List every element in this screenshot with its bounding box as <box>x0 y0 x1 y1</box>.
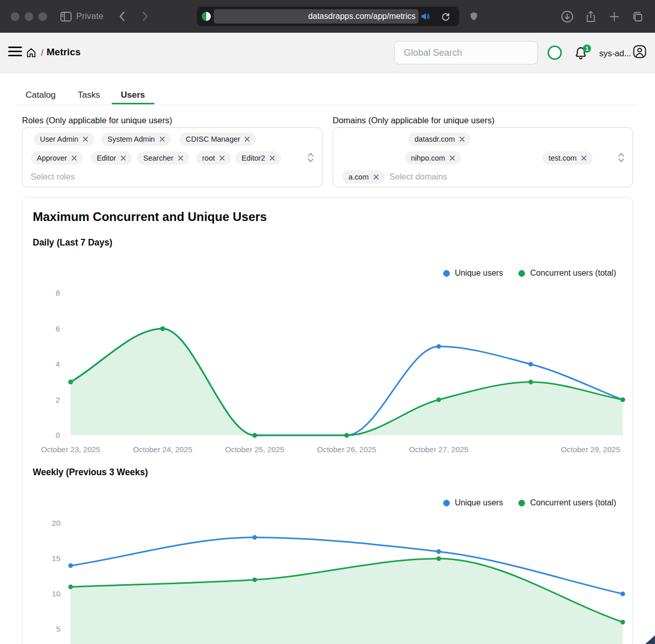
private-label: Private <box>76 11 103 21</box>
role-chip[interactable]: root <box>196 151 231 165</box>
x-axis-tick: October 25, 2025 <box>225 445 285 454</box>
remove-chip-icon[interactable] <box>270 156 275 161</box>
domains-placeholder[interactable]: Select domains <box>389 172 447 182</box>
tab-overview-icon[interactable] <box>631 10 644 23</box>
site-favicon <box>202 12 211 21</box>
window-close-button[interactable] <box>11 12 19 21</box>
url-field[interactable]: datasdrapps.com/app/metrics <box>214 9 419 24</box>
daily-legend: Unique users Concurrent users (total) <box>443 269 616 278</box>
select-stepper-icon[interactable] <box>305 151 316 164</box>
legend-dot-green <box>518 270 525 277</box>
domain-chip[interactable]: datasdr.com <box>408 132 471 146</box>
y-axis-tick: 6 <box>56 324 60 333</box>
remove-chip-icon[interactable] <box>245 137 250 142</box>
window-zoom-button[interactable] <box>38 12 47 21</box>
role-chip[interactable]: Editor <box>91 151 132 165</box>
role-chip[interactable]: Editor2 <box>235 151 281 165</box>
private-browsing-badge[interactable]: Private <box>60 7 103 26</box>
username-label[interactable]: sys-ad... <box>599 49 631 58</box>
active-tab-indicator <box>112 103 155 104</box>
card-title: Maximum Concurrent and Unique Users <box>33 210 267 224</box>
legend-item-concurrent-users[interactable]: Concurrent users (total) <box>518 269 616 278</box>
weekly-line-chart: 5101520 <box>23 512 634 644</box>
remove-chip-icon[interactable] <box>374 174 379 180</box>
remove-chip-icon[interactable] <box>160 137 165 142</box>
address-bar[interactable]: datasdrapps.com/app/metrics <box>197 7 459 26</box>
domains-multiselect[interactable]: datasdr.com nihpo.com test.com a.com Sel… <box>333 127 633 187</box>
x-axis-tick: October 26, 2025 <box>317 445 377 454</box>
remove-chip-icon[interactable] <box>178 156 183 161</box>
daily-line-chart: 02468October 23, 2025October 24, 2025Oct… <box>23 279 634 458</box>
remove-chip-icon[interactable] <box>83 137 88 142</box>
share-icon[interactable] <box>584 10 597 23</box>
legend-dot-green <box>518 500 525 506</box>
global-search-input[interactable] <box>394 41 538 64</box>
y-axis-tick: 5 <box>56 625 60 633</box>
home-icon[interactable] <box>26 47 37 60</box>
y-axis-tick: 0 <box>56 431 60 439</box>
legend-item-concurrent-users[interactable]: Concurrent users (total) <box>518 498 616 507</box>
legend-item-unique-users[interactable]: Unique users <box>443 498 503 507</box>
tab-users[interactable]: Users <box>121 90 145 100</box>
role-chip[interactable]: Approver <box>31 151 83 165</box>
domain-chip[interactable]: a.com <box>342 170 385 184</box>
tab-tasks[interactable]: Tasks <box>78 90 100 100</box>
role-chip[interactable]: Searcher <box>137 151 189 165</box>
tab-catalog[interactable]: Catalog <box>26 90 56 100</box>
page-title: Metrics <box>47 47 81 58</box>
downloads-icon[interactable] <box>561 10 574 23</box>
page: Private datasdrapps.com/app/metrics <box>0 0 655 644</box>
domain-chip[interactable]: nihpo.com <box>405 151 461 165</box>
legend-item-unique-users[interactable]: Unique users <box>443 269 503 278</box>
role-chip[interactable]: User Admin <box>34 132 94 146</box>
weekly-chart-title: Weekly (Previous 3 Weeks) <box>33 467 148 478</box>
menu-icon[interactable] <box>8 47 22 59</box>
x-axis-tick: October 29, 2025 <box>561 445 620 454</box>
x-axis-tick: October 24, 2025 <box>133 445 192 454</box>
notification-badge: 1 <box>583 45 591 53</box>
url-text[interactable]: datasdrapps.com/app/metrics <box>308 12 416 21</box>
privacy-shield-icon[interactable] <box>469 10 479 25</box>
status-ring-indicator[interactable] <box>548 46 562 60</box>
metrics-card: Maximum Concurrent and Unique Users Dail… <box>22 197 633 644</box>
role-chip[interactable]: CDISC Manager <box>180 132 256 146</box>
x-axis-tick: October 27, 2025 <box>409 445 468 454</box>
browser-title-bar: Private datasdrapps.com/app/metrics <box>0 0 655 33</box>
reload-icon[interactable] <box>441 11 451 21</box>
y-axis-tick: 2 <box>56 395 60 404</box>
legend-dot-blue <box>443 270 450 277</box>
remove-chip-icon[interactable] <box>121 156 126 161</box>
x-axis-tick: October 23, 2025 <box>41 445 100 454</box>
y-axis-tick: 20 <box>52 519 60 527</box>
remove-chip-icon[interactable] <box>581 156 586 161</box>
roles-multiselect[interactable]: User Admin System Admin CDISC Manager Ap… <box>22 127 322 187</box>
corner-widget-fragment <box>645 635 655 644</box>
roles-placeholder[interactable]: Select roles <box>31 172 75 182</box>
breadcrumb-separator: / <box>41 48 43 58</box>
domain-chip[interactable]: test.com <box>542 151 593 165</box>
avatar-icon[interactable] <box>632 45 647 61</box>
y-axis-tick: 4 <box>56 360 60 368</box>
domains-filter-label: Domains (Only applicable for unique user… <box>333 116 494 125</box>
audio-mute-icon[interactable] <box>420 11 431 21</box>
remove-chip-icon[interactable] <box>450 156 455 161</box>
remove-chip-icon[interactable] <box>72 156 77 161</box>
weekly-legend: Unique users Concurrent users (total) <box>443 498 616 507</box>
select-stepper-icon[interactable] <box>616 151 626 164</box>
daily-chart-title: Daily (Last 7 Days) <box>33 237 113 248</box>
legend-dot-blue <box>443 500 450 506</box>
tabs-divider <box>16 105 639 105</box>
remove-chip-icon[interactable] <box>220 156 225 161</box>
roles-filter-label: Roles (Only applicable for unique users) <box>22 116 172 125</box>
sidebar-icon <box>60 12 72 21</box>
notifications-button[interactable]: 1 <box>574 46 590 61</box>
y-axis-tick: 15 <box>52 554 60 563</box>
window-minimize-button[interactable] <box>25 12 33 21</box>
y-axis-tick: 10 <box>52 589 60 598</box>
forward-icon[interactable] <box>139 10 150 23</box>
new-tab-icon[interactable] <box>608 10 621 23</box>
remove-chip-icon[interactable] <box>460 137 465 142</box>
y-axis-tick: 8 <box>56 288 60 297</box>
role-chip[interactable]: System Admin <box>101 132 171 146</box>
back-icon[interactable] <box>117 10 128 23</box>
